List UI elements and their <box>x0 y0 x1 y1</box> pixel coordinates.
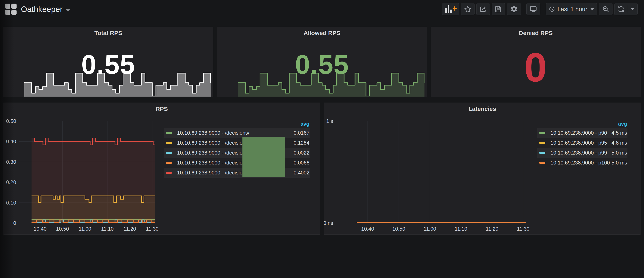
clock-icon <box>549 6 555 12</box>
svg-text:10:50: 10:50 <box>56 226 69 232</box>
series-avg-value: 0.0066 <box>294 160 310 166</box>
series-color-swatch[interactable] <box>539 162 545 164</box>
panel-rps: RPS 00.100.200.300.400.5010:4010:5011:00… <box>3 103 320 235</box>
stat-value-denied-rps: 0 <box>431 47 640 88</box>
series-label[interactable]: 10.10.69.238:9000 - /decisions/ <box>177 170 250 176</box>
legend-row[interactable]: 10.10.69.238:9000 - /decisions/0.0066 <box>164 158 310 168</box>
svg-text:0.40: 0.40 <box>6 138 16 144</box>
save-button[interactable] <box>492 3 505 15</box>
svg-text:11:00: 11:00 <box>78 226 91 232</box>
series-label[interactable]: 10.10.69.238:9000 - /decisions/ <box>177 130 250 136</box>
dashboard-grid-icon[interactable] <box>5 3 16 15</box>
svg-text:11:10: 11:10 <box>101 226 114 232</box>
svg-text:10:50: 10:50 <box>392 226 405 232</box>
legend-row[interactable]: 10.10.69.238:9000 - /decisions/0.4002 <box>164 168 310 178</box>
dashboard-grid: Total RPS 0.55 Allowed RPS 0.55 Denied R… <box>0 18 644 235</box>
series-color-swatch[interactable] <box>539 152 545 154</box>
series-avg-value: 0.0167 <box>294 130 310 136</box>
monitor-icon <box>529 5 537 13</box>
panel-title-rps[interactable]: RPS <box>4 106 320 112</box>
svg-text:10:40: 10:40 <box>361 226 374 232</box>
svg-text:0: 0 <box>13 220 16 226</box>
svg-text:0.20: 0.20 <box>6 179 16 185</box>
series-label[interactable]: 10.10.69.238:9000 - p99 <box>550 150 607 156</box>
svg-text:0.30: 0.30 <box>6 159 16 165</box>
series-avg-value: 0.1284 <box>294 140 310 146</box>
series-color-swatch[interactable] <box>166 152 172 154</box>
series-color-swatch[interactable] <box>166 132 172 134</box>
series-label[interactable]: 10.10.69.238:9000 - /decisions/ <box>177 140 250 146</box>
panel-title-denied-rps[interactable]: Denied RPS <box>431 30 640 36</box>
legend-row[interactable]: 10.10.69.238:9000 - /decisions/0.0022 <box>164 148 310 158</box>
time-range-caret-icon <box>590 8 594 10</box>
rps-legend: avg10.10.69.238:9000 - /decisions/0.0167… <box>164 120 310 178</box>
series-avg-value: 4.8 ms <box>612 140 627 146</box>
panel-allowed-rps: Allowed RPS 0.55 <box>217 27 427 97</box>
series-label[interactable]: 10.10.69.238:9000 - /decisions/ <box>177 160 250 166</box>
series-avg-value: 5.0 ms <box>612 160 627 166</box>
series-label[interactable]: 10.10.69.238:9000 - p100 <box>550 160 610 166</box>
series-avg-value: 0.0022 <box>294 150 310 156</box>
dashboard-title-caret-icon[interactable] <box>66 9 70 11</box>
svg-text:11:10: 11:10 <box>454 226 467 232</box>
redaction-overlay <box>242 137 285 177</box>
gear-icon <box>510 5 518 13</box>
series-label[interactable]: 10.10.69.238:9000 - p90 <box>550 130 607 136</box>
svg-text:11:20: 11:20 <box>486 226 498 232</box>
share-icon <box>479 5 487 13</box>
settings-button[interactable] <box>507 3 521 15</box>
latencies-legend: avg10.10.69.238:9000 - p904.5 ms10.10.69… <box>537 120 628 168</box>
zoom-out-button[interactable] <box>599 3 612 15</box>
panel-title-total-rps[interactable]: Total RPS <box>4 30 213 36</box>
legend-row[interactable]: 10.10.69.238:9000 - p904.5 ms <box>537 128 628 138</box>
series-avg-value: 5.0 ms <box>612 150 627 156</box>
series-color-swatch[interactable] <box>166 172 172 174</box>
navbar: Oathkeeper + <box>0 0 644 18</box>
series-color-swatch[interactable] <box>539 132 545 134</box>
stat-value-total-rps: 0.55 <box>4 51 213 78</box>
star-icon <box>464 5 472 13</box>
share-button[interactable] <box>476 3 490 15</box>
cycle-view-button[interactable] <box>526 3 540 15</box>
svg-text:0.10: 0.10 <box>6 200 16 206</box>
time-range-label: Last 1 hour <box>558 6 588 12</box>
legend-row[interactable]: 10.10.69.238:9000 - p995.0 ms <box>537 148 628 158</box>
legend-row[interactable]: 10.10.69.238:9000 - p1005.0 ms <box>537 158 628 168</box>
svg-text:11:00: 11:00 <box>424 226 436 232</box>
panel-total-rps: Total RPS 0.55 <box>3 27 213 97</box>
svg-text:10:40: 10:40 <box>34 226 46 232</box>
dashboard-title[interactable]: Oathkeeper <box>21 5 62 14</box>
legend-row[interactable]: 10.10.69.238:9000 - p954.8 ms <box>537 138 628 148</box>
add-panel-icon: + <box>445 5 456 13</box>
legend-row[interactable]: 10.10.69.238:9000 - /decisions/0.1284 <box>164 138 310 148</box>
svg-text:0.50: 0.50 <box>6 118 16 124</box>
svg-text:1 s: 1 s <box>326 118 333 124</box>
refresh-split-button[interactable] <box>614 3 638 15</box>
refresh-icon <box>617 5 625 13</box>
series-avg-value: 0.4002 <box>294 170 310 176</box>
time-range-picker[interactable]: Last 1 hour <box>546 3 597 15</box>
add-panel-button[interactable]: + <box>442 3 459 15</box>
series-label[interactable]: 10.10.69.238:9000 - /decisions/ <box>177 150 250 156</box>
svg-text:11:20: 11:20 <box>124 226 136 232</box>
refresh-caret-icon[interactable] <box>631 8 635 10</box>
series-color-swatch[interactable] <box>539 142 545 144</box>
panel-denied-rps: Denied RPS 0 <box>431 27 641 97</box>
zoom-out-icon <box>602 5 610 13</box>
stat-value-allowed-rps: 0.55 <box>217 51 427 78</box>
star-button[interactable] <box>461 3 474 15</box>
panel-title-latencies[interactable]: Latencies <box>324 106 640 112</box>
svg-text:0 ns: 0 ns <box>324 220 333 226</box>
svg-text:11:30: 11:30 <box>146 226 158 232</box>
save-icon <box>495 5 502 13</box>
svg-text:11:30: 11:30 <box>517 226 529 232</box>
legend-header-avg[interactable]: avg <box>537 120 628 128</box>
panel-title-allowed-rps[interactable]: Allowed RPS <box>217 30 427 36</box>
series-color-swatch[interactable] <box>166 162 172 164</box>
series-color-swatch[interactable] <box>166 142 172 144</box>
legend-header-avg[interactable]: avg <box>164 120 310 128</box>
legend-row[interactable]: 10.10.69.238:9000 - /decisions/0.0167 <box>164 128 310 138</box>
series-label[interactable]: 10.10.69.238:9000 - p95 <box>550 140 607 146</box>
series-avg-value: 4.5 ms <box>612 130 627 136</box>
panel-latencies: Latencies 0 ns1 s10:4010:5011:0011:1011:… <box>324 103 641 235</box>
